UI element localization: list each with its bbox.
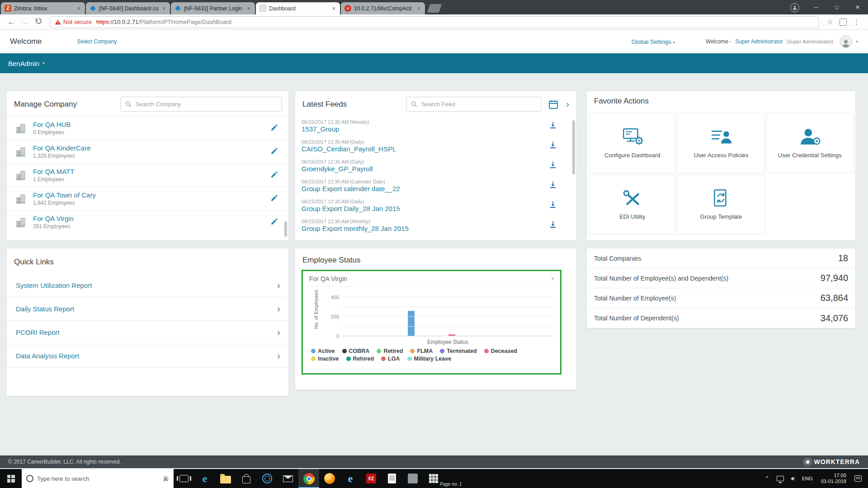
tray-expand-icon[interactable]: ⌃ [762, 475, 772, 482]
chart-bar-active [407, 297, 415, 336]
edit-pencil-icon[interactable] [270, 170, 278, 180]
stat-value: 97,940 [821, 273, 848, 283]
action-user-access-policies[interactable]: User Access Policies [677, 113, 764, 173]
user-menu-chevron-icon[interactable]: ▾ [856, 39, 858, 44]
browser-menu-icon[interactable]: ⋮ [853, 18, 860, 26]
browser-profile-icon[interactable] [790, 3, 799, 12]
taskbar-browser-globe[interactable] [257, 469, 278, 488]
company-name-link[interactable]: For QA MATT [33, 168, 74, 175]
download-icon[interactable] [548, 200, 557, 211]
refresh-button[interactable] [32, 18, 45, 27]
taskbar-search[interactable]: 🎤︎ [22, 469, 174, 488]
benadmin-menu[interactable]: BenAdmin▾ [8, 60, 45, 67]
taskbar-search-input[interactable] [37, 475, 160, 482]
quick-link[interactable]: System Utilization Report [16, 282, 92, 289]
feed-item: 06/15/2017 12:30 AM(Daily) CAISO_Cerdian… [295, 136, 576, 156]
feed-link[interactable]: Group Export calender date__22 [302, 185, 400, 192]
download-icon[interactable] [548, 160, 557, 171]
company-name-link[interactable]: For QA KinderCare [33, 144, 91, 152]
browser-tab-mvccomp[interactable]: ✕ 10.0.2.71/MvcCompActi × [341, 2, 425, 14]
tab-close-icon[interactable]: × [416, 5, 421, 12]
company-search[interactable] [120, 97, 282, 112]
next-chevron-icon[interactable]: › [565, 99, 570, 109]
company-name-link[interactable]: For QA Town of Cary [33, 191, 96, 199]
tab-close-icon[interactable]: × [246, 5, 251, 12]
company-name-link[interactable]: For QA Virgin [33, 215, 74, 222]
back-button[interactable]: ← [5, 18, 18, 27]
quick-link-row[interactable]: PCORI Report › [7, 321, 288, 344]
chart-company-selector[interactable]: For QA Virgin ▾ [303, 271, 560, 286]
taskbar-app-gray[interactable] [402, 469, 423, 488]
quick-link[interactable]: PCORI Report [16, 328, 60, 336]
feed-search-input[interactable] [421, 101, 537, 108]
task-view-button[interactable] [174, 469, 194, 488]
scrollbar-thumb[interactable] [572, 120, 575, 174]
feed-link[interactable]: Group Export monthly_28 Jan 2015 [302, 225, 409, 232]
browser-tab-dashboard-active[interactable]: Dashboard × [256, 2, 340, 14]
window-minimize-button[interactable]: ─ [806, 0, 826, 14]
download-icon[interactable] [548, 141, 557, 151]
action-edi-utility[interactable]: EDI Utility [589, 174, 676, 235]
browser-tab-jira-5633[interactable]: [NF-5633] Partner Login × [171, 2, 255, 14]
quick-link[interactable]: Data Analysis Report [16, 352, 79, 360]
network-icon[interactable] [774, 476, 787, 481]
edit-pencil-icon[interactable] [270, 147, 278, 157]
not-secure-warning[interactable]: Not secure [55, 19, 92, 25]
action-configure-dashboard[interactable]: Configure Dashboard [589, 113, 676, 173]
quick-link-row[interactable]: Data Analysis Report › [7, 344, 288, 368]
volume-icon[interactable]: 🔊︎ [788, 475, 797, 482]
extension-icon[interactable] [840, 19, 847, 26]
user-avatar[interactable] [840, 35, 852, 48]
action-center-icon[interactable] [852, 475, 864, 482]
taskbar-mail[interactable] [278, 469, 298, 488]
window-close-button[interactable]: ✕ [847, 0, 868, 14]
download-icon[interactable] [548, 220, 557, 231]
company-name-link[interactable]: For QA HUB [33, 121, 71, 128]
edit-pencil-icon[interactable] [270, 123, 278, 133]
browser-tab-jira-5640[interactable]: [NF-5640] Dashboard co × [86, 2, 170, 14]
taskbar-file-explorer[interactable] [215, 469, 236, 488]
tab-close-icon[interactable]: × [76, 5, 81, 12]
new-tab-button[interactable] [427, 4, 442, 13]
scrollbar-thumb[interactable] [284, 221, 287, 237]
start-button[interactable] [0, 469, 22, 488]
taskbar-chrome-active[interactable] [298, 469, 319, 488]
quick-link-row[interactable]: Daily Status Report › [7, 297, 288, 321]
edit-pencil-icon[interactable] [270, 217, 278, 227]
feed-link[interactable]: CAISO_Cerdian_Payroll_HSPL [302, 145, 396, 153]
quick-link[interactable]: Daily Status Report [16, 305, 74, 313]
feed-search[interactable] [406, 97, 542, 112]
calendar-icon[interactable] [548, 99, 559, 110]
tab-close-icon[interactable]: × [331, 5, 336, 12]
quick-link-row[interactable]: System Utilization Report › [7, 274, 288, 297]
feed-link[interactable]: Group Export Daily_28 Jan 2015 [302, 205, 400, 212]
action-user-credential-settings[interactable]: User Credential Settings [766, 113, 854, 173]
taskbar-store[interactable] [236, 469, 257, 488]
company-search-input[interactable] [136, 101, 277, 108]
action-group-template[interactable]: Group Template [677, 174, 764, 235]
edit-pencil-icon[interactable] [270, 194, 278, 204]
user-role: (Super Administrator) [787, 39, 834, 44]
bookmark-star-icon[interactable]: ☆ [827, 18, 833, 26]
taskbar-filezilla[interactable]: FZ [361, 469, 382, 488]
global-settings-dropdown[interactable]: Global Settings ▾ [632, 38, 675, 45]
language-indicator[interactable]: ENG [799, 476, 816, 481]
download-icon[interactable] [548, 121, 557, 131]
window-maximize-button[interactable]: □ [826, 0, 847, 14]
taskbar-ie[interactable]: e [340, 469, 361, 488]
download-icon[interactable] [548, 180, 557, 191]
address-bar[interactable]: Not secure https://10.0.2.71/Platform/PT… [50, 16, 819, 28]
select-company-link[interactable]: Select Company [77, 38, 117, 45]
quick-links-list: System Utilization Report › Daily Status… [7, 274, 288, 368]
taskbar-firefox[interactable] [319, 469, 340, 488]
taskbar-clock[interactable]: 17:00 03-01-2018 [817, 473, 850, 484]
browser-tab-zimbra[interactable]: Z Zimbra: Inbox × [1, 2, 85, 14]
user-name-link[interactable]: Super Administrator [735, 38, 783, 45]
microphone-icon[interactable]: 🎤︎ [163, 475, 169, 482]
feed-link[interactable]: Groendyke_GP_Payroll [302, 165, 373, 173]
taskbar-notepad[interactable] [382, 469, 402, 488]
tab-close-icon[interactable]: × [161, 5, 166, 12]
feed-link[interactable]: 1537_Group [302, 125, 369, 133]
forward-button[interactable]: → [18, 18, 32, 27]
taskbar-edge[interactable]: e [194, 469, 215, 488]
